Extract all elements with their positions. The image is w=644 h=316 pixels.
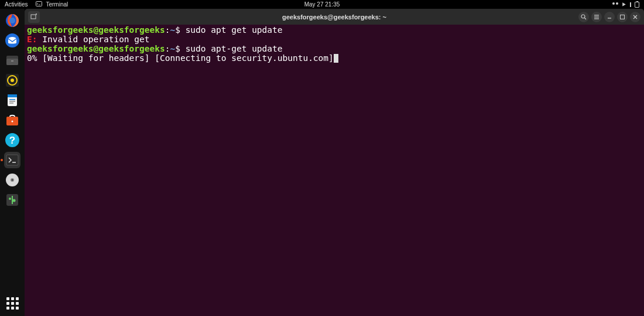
svg-text:?: ? xyxy=(9,135,15,146)
terminal-window: geeksforgeeks@geeksforgeeks: ~ geeksforg… xyxy=(25,9,644,316)
terminal-icon[interactable] xyxy=(4,152,20,168)
svg-point-25 xyxy=(13,199,16,202)
svg-rect-13 xyxy=(9,101,15,102)
minimize-button[interactable] xyxy=(604,12,615,22)
svg-line-28 xyxy=(585,18,587,19)
svg-point-16 xyxy=(12,121,13,123)
files-icon[interactable] xyxy=(4,52,20,69)
rhythmbox-icon[interactable] xyxy=(4,72,20,89)
activities-button[interactable]: Activities xyxy=(5,1,28,8)
current-app[interactable]: Terminal xyxy=(36,1,68,8)
disc-icon[interactable] xyxy=(4,172,20,188)
volume-bar-icon xyxy=(630,2,631,7)
maximize-button[interactable] xyxy=(617,12,628,22)
window-title: geeksforgeeks@geeksforgeeks: ~ xyxy=(25,13,644,21)
svg-point-24 xyxy=(9,198,11,200)
maximize-icon xyxy=(620,15,625,19)
new-tab-button[interactable] xyxy=(28,11,40,23)
svg-point-2 xyxy=(9,18,15,23)
current-app-label: Terminal xyxy=(46,1,68,8)
svg-rect-6 xyxy=(11,60,13,62)
terminal-small-icon xyxy=(36,1,42,8)
volume-icon[interactable] xyxy=(622,2,626,6)
svg-rect-12 xyxy=(9,99,15,100)
svg-rect-5 xyxy=(6,59,18,65)
battery-icon[interactable] xyxy=(635,2,639,8)
gnome-topbar: Activities Terminal May 27 21:35 xyxy=(0,0,644,9)
svg-point-27 xyxy=(581,15,585,18)
svg-rect-26 xyxy=(31,15,36,19)
clock[interactable]: May 27 21:35 xyxy=(0,1,644,8)
writer-icon[interactable] xyxy=(4,92,20,108)
firefox-icon[interactable] xyxy=(4,12,20,29)
menu-button[interactable] xyxy=(591,12,602,22)
terminal-titlebar: geeksforgeeks@geeksforgeeks: ~ xyxy=(25,9,644,25)
dock: ? xyxy=(0,9,25,316)
help-icon[interactable]: ? xyxy=(4,132,20,148)
search-button[interactable] xyxy=(578,12,589,22)
svg-rect-14 xyxy=(9,103,13,104)
svg-point-9 xyxy=(11,79,14,82)
software-icon[interactable] xyxy=(4,112,20,128)
svg-rect-11 xyxy=(8,94,17,97)
thunderbird-icon[interactable] xyxy=(4,32,20,49)
svg-point-22 xyxy=(12,179,13,181)
show-applications-button[interactable] xyxy=(4,295,20,311)
network-icon[interactable] xyxy=(612,2,618,7)
terminal-body[interactable]: geeksforgeeks@geeksforgeeks:~$ sudo apt … xyxy=(25,25,644,316)
close-button[interactable] xyxy=(630,12,640,22)
svg-rect-0 xyxy=(36,2,42,6)
trash-icon[interactable] xyxy=(4,192,20,208)
svg-rect-19 xyxy=(6,155,18,165)
